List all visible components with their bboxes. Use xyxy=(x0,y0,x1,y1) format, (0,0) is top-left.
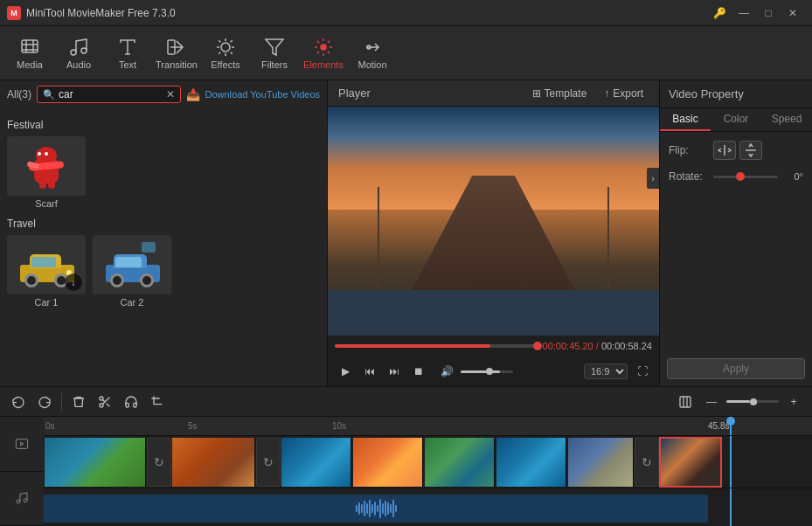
template-label: Template xyxy=(545,87,587,100)
transition-3[interactable]: ↻ xyxy=(635,438,659,487)
element-car1[interactable]: ↓ Car 1 xyxy=(7,235,86,308)
properties-tabs: Basic Color Speed xyxy=(660,108,812,132)
export-icon: ↑ xyxy=(604,87,609,100)
rotate-value: 0° xyxy=(781,171,803,182)
redo-button[interactable] xyxy=(33,391,56,413)
timeline-ruler: 0s 5s 10s 45.8s xyxy=(44,417,812,436)
player-header: Player ⊞ Template ↑ Export xyxy=(328,80,659,107)
download-link[interactable]: Download YouTube Videos xyxy=(205,89,321,100)
search-box: 🔍 ✕ xyxy=(37,86,180,103)
pin-button[interactable]: 🔑 xyxy=(707,3,732,23)
toolbar-transition[interactable]: Transition xyxy=(154,30,199,77)
element-scarf[interactable]: Scarf xyxy=(7,136,86,209)
apply-button[interactable]: Apply xyxy=(667,358,805,379)
volume-slider[interactable] xyxy=(461,370,513,373)
bridge-background xyxy=(328,107,659,336)
zoom-fit-button[interactable] xyxy=(674,391,697,413)
svg-point-7 xyxy=(100,397,103,400)
zoom-handle[interactable] xyxy=(750,398,757,405)
tab-speed[interactable]: Speed xyxy=(761,108,812,131)
toolbar-elements[interactable]: Elements xyxy=(301,30,346,77)
prev-frame-button[interactable]: ⏮ xyxy=(359,361,380,382)
timeline-area: — + 0s 5s 10s xyxy=(0,386,812,526)
tab-color[interactable]: Color xyxy=(711,108,761,131)
progress-handle[interactable] xyxy=(533,342,542,350)
element-car2[interactable]: Car 2 xyxy=(93,235,171,308)
track-labels xyxy=(0,417,44,526)
festival-items: Scarf xyxy=(7,136,320,209)
zoom-minus-button[interactable]: — xyxy=(700,391,723,413)
audio-clip-1[interactable] xyxy=(44,495,708,523)
toolbar-media[interactable]: Media xyxy=(7,30,52,77)
tab-basic[interactable]: Basic xyxy=(660,108,711,131)
stop-button[interactable]: ⏹ xyxy=(408,361,429,382)
progress-bar[interactable] xyxy=(335,344,538,348)
flip-controls xyxy=(713,141,803,160)
audio-detach-button[interactable] xyxy=(120,391,142,413)
flip-vertical-button[interactable] xyxy=(739,141,762,160)
ruler-mark-10: 10s xyxy=(332,421,346,431)
svg-point-5 xyxy=(321,45,326,50)
toolbar-audio[interactable]: Audio xyxy=(56,30,101,77)
video-clip-2[interactable] xyxy=(172,438,255,487)
rotate-slider[interactable] xyxy=(713,176,778,178)
titlebar-title: MiniTool MovieMaker Free 7.3.0 xyxy=(26,7,176,19)
toolbar-separator-1 xyxy=(61,393,62,411)
rotate-label: Rotate: xyxy=(669,170,708,183)
time-total: 00:00:58.24 xyxy=(601,341,652,351)
transition-arrow-2: ↻ xyxy=(263,455,274,469)
zoom-plus-button[interactable]: + xyxy=(782,391,805,413)
video-clip-4[interactable] xyxy=(353,438,423,487)
car2-thumb xyxy=(93,235,171,294)
volume-container: 🔊 xyxy=(436,361,513,382)
flip-horizontal-button[interactable] xyxy=(713,141,736,160)
toolbar-motion-label: Motion xyxy=(357,59,386,70)
maximize-button[interactable]: □ xyxy=(756,3,781,23)
player-title: Player xyxy=(338,87,371,100)
video-clip-1[interactable] xyxy=(45,438,146,487)
volume-button[interactable]: 🔊 xyxy=(436,361,457,382)
svg-point-8 xyxy=(100,404,103,407)
crop-button[interactable] xyxy=(146,391,169,413)
toolbar-text-label: Text xyxy=(119,59,136,70)
volume-handle[interactable] xyxy=(486,368,493,375)
toolbar-text[interactable]: Text xyxy=(105,30,150,77)
video-clip-8[interactable] xyxy=(660,438,721,487)
rotate-handle[interactable] xyxy=(736,172,745,181)
player-timeline: 00:00:45.20 / 00:00:58.24 xyxy=(328,336,659,356)
play-button[interactable]: ▶ xyxy=(335,361,356,382)
toolbar-motion[interactable]: Motion xyxy=(350,30,395,77)
search-input[interactable] xyxy=(59,88,162,100)
zoom-slider[interactable] xyxy=(726,400,779,403)
minimize-button[interactable]: — xyxy=(732,3,756,23)
transition-2[interactable]: ↻ xyxy=(256,438,281,487)
close-button[interactable]: ✕ xyxy=(781,3,805,23)
toolbar-effects-label: Effects xyxy=(211,59,239,70)
rotate-controls: 0° xyxy=(713,171,803,182)
flip-row: Flip: xyxy=(669,141,803,160)
next-frame-button[interactable]: ⏭ xyxy=(384,361,405,382)
export-button[interactable]: ↑ Export xyxy=(599,86,649,101)
cut-button[interactable] xyxy=(94,391,116,413)
collapse-panel-button[interactable]: › xyxy=(647,168,659,189)
video-clip-7[interactable] xyxy=(568,438,634,487)
delete-button[interactable] xyxy=(67,391,90,413)
toolbar: Media Audio Text Transition Effects xyxy=(0,26,812,80)
video-clip-5[interactable] xyxy=(425,438,495,487)
undo-button[interactable] xyxy=(7,391,30,413)
video-clip-3[interactable] xyxy=(281,438,351,487)
toolbar-filters[interactable]: Filters xyxy=(252,30,297,77)
ruler-mark-0: 0s xyxy=(45,421,55,431)
template-button[interactable]: ⊞ Template xyxy=(527,86,593,101)
transition-1[interactable]: ↻ xyxy=(147,438,171,487)
toolbar-audio-label: Audio xyxy=(66,59,91,70)
toolbar-transition-label: Transition xyxy=(156,59,198,70)
car1-label: Car 1 xyxy=(35,297,59,308)
toolbar-effects[interactable]: Effects xyxy=(203,30,248,77)
search-clear-button[interactable]: ✕ xyxy=(166,88,175,100)
video-clip-6[interactable] xyxy=(496,438,566,487)
toolbar-media-label: Media xyxy=(17,59,43,70)
elements-content: Festival xyxy=(0,108,327,386)
ratio-select[interactable]: 16:9 4:3 1:1 xyxy=(584,363,628,379)
fullscreen-button[interactable]: ⛶ xyxy=(633,362,652,381)
